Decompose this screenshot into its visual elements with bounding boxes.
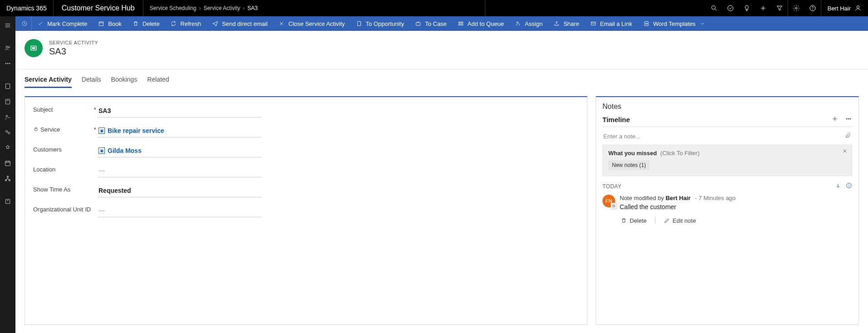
app-hub[interactable]: Customer Service Hub bbox=[54, 0, 143, 16]
show-time-as-field[interactable]: Requested bbox=[98, 185, 261, 197]
sort-icon[interactable] bbox=[835, 182, 841, 190]
svg-point-55 bbox=[848, 118, 849, 119]
svg-rect-25 bbox=[5, 161, 10, 166]
dismiss-missed-button[interactable] bbox=[842, 148, 848, 156]
svg-rect-30 bbox=[5, 180, 7, 181]
to-opportunity-button[interactable]: To Opportunity bbox=[350, 16, 410, 31]
nav-item-icon[interactable] bbox=[0, 194, 15, 209]
gear-icon[interactable] bbox=[788, 0, 804, 16]
timeline-add-button[interactable] bbox=[831, 115, 838, 124]
note-input[interactable]: Enter a note... bbox=[602, 130, 852, 145]
page-title: SA3 bbox=[49, 46, 98, 57]
breadcrumb-item[interactable]: Service Scheduling bbox=[150, 5, 197, 11]
command-bar: Mark Complete Book Delete Refresh Send d… bbox=[15, 16, 868, 31]
timeline-more-button[interactable] bbox=[845, 115, 852, 124]
nav-item-icon[interactable] bbox=[0, 110, 15, 124]
customers-field[interactable]: ▣ Gilda Moss bbox=[98, 145, 261, 157]
entry-body: Called the customer bbox=[620, 203, 735, 211]
record-header: SERVICE ACTIVITY SA3 bbox=[15, 31, 868, 69]
plus-icon[interactable] bbox=[755, 0, 771, 16]
send-direct-email-button[interactable]: Send direct email bbox=[207, 16, 273, 31]
missed-chip[interactable]: New notes (1) bbox=[608, 160, 650, 170]
check-icon bbox=[37, 20, 44, 27]
close-service-activity-button[interactable]: Close Service Activity bbox=[273, 16, 350, 31]
book-button[interactable]: Book bbox=[93, 16, 127, 31]
avatar: FN bbox=[602, 195, 615, 207]
email-a-link-button[interactable]: Email a Link bbox=[585, 16, 638, 31]
svg-point-0 bbox=[711, 6, 715, 10]
nav-calendar-icon[interactable] bbox=[0, 156, 15, 171]
entry-prefix: Note modified by bbox=[620, 195, 666, 201]
share-button[interactable]: Share bbox=[548, 16, 585, 31]
left-nav bbox=[0, 16, 15, 333]
word-icon bbox=[643, 20, 650, 27]
user-menu[interactable]: Bert Hair bbox=[821, 5, 868, 12]
note-edit-button[interactable]: Edit note bbox=[664, 217, 696, 224]
nav-item-icon[interactable] bbox=[0, 141, 15, 155]
field-label: Organizational Unit ID bbox=[33, 205, 92, 213]
missed-hint[interactable]: (Click To Filter) bbox=[661, 150, 700, 157]
hamburger-icon[interactable] bbox=[0, 18, 15, 33]
entry-user: Bert Hair bbox=[666, 195, 690, 201]
tab-bookings[interactable]: Bookings bbox=[111, 73, 138, 88]
missed-title: What you missed bbox=[608, 150, 657, 157]
nav-item-icon[interactable] bbox=[0, 79, 15, 93]
service-link[interactable]: Bike repair service bbox=[108, 127, 164, 134]
nav-item-icon[interactable] bbox=[0, 94, 15, 109]
task-check-icon[interactable] bbox=[722, 0, 739, 16]
svg-point-5 bbox=[795, 7, 797, 9]
filter-icon[interactable] bbox=[771, 0, 788, 16]
svg-rect-42 bbox=[357, 21, 360, 25]
opportunity-icon bbox=[356, 20, 362, 27]
lightbulb-icon[interactable] bbox=[739, 0, 755, 16]
timeline-today-label: TODAY bbox=[602, 183, 621, 190]
action-label: Delete bbox=[630, 217, 647, 224]
entry-when: 7 Minutes ago bbox=[699, 195, 736, 201]
trash-icon bbox=[133, 20, 139, 27]
refresh-button[interactable]: Refresh bbox=[165, 16, 207, 31]
svg-point-20 bbox=[6, 115, 8, 117]
timeline-entry[interactable]: FN Note modified by Bert Hair - 7 Minute… bbox=[602, 195, 852, 211]
cmd-label: Assign bbox=[525, 20, 542, 27]
help-icon[interactable] bbox=[804, 0, 821, 16]
search-icon[interactable] bbox=[706, 0, 722, 16]
lock-icon bbox=[33, 126, 39, 133]
notes-heading: Notes bbox=[602, 103, 852, 111]
add-to-queue-button[interactable]: Add to Queue bbox=[452, 16, 509, 31]
share-icon bbox=[553, 20, 560, 27]
field-label: Location bbox=[33, 165, 92, 173]
refresh-icon bbox=[170, 20, 177, 27]
tab-related[interactable]: Related bbox=[147, 73, 169, 88]
delete-button[interactable]: Delete bbox=[127, 16, 165, 31]
assign-button[interactable]: Assign bbox=[509, 16, 548, 31]
form-tabs: Service Activity Details Bookings Relate… bbox=[15, 69, 868, 88]
org-unit-field[interactable]: --- bbox=[98, 205, 261, 217]
info-icon[interactable] bbox=[846, 182, 852, 190]
customer-link[interactable]: Gilda Moss bbox=[108, 147, 142, 154]
subject-field[interactable]: SA3 bbox=[98, 105, 261, 118]
nav-sitemap-icon[interactable] bbox=[0, 171, 15, 186]
divider bbox=[655, 217, 656, 224]
brand[interactable]: Dynamics 365 bbox=[0, 0, 54, 16]
svg-rect-17 bbox=[5, 84, 10, 89]
attachment-icon[interactable] bbox=[845, 132, 851, 140]
lookup-type-icon: ▣ bbox=[99, 147, 105, 154]
nav-item-icon[interactable] bbox=[0, 125, 15, 140]
tab-details[interactable]: Details bbox=[82, 73, 101, 88]
timeline-heading: Timeline bbox=[602, 116, 630, 123]
note-delete-button[interactable]: Delete bbox=[621, 217, 647, 224]
word-templates-button[interactable]: Word Templates bbox=[638, 16, 711, 31]
close-icon bbox=[278, 20, 285, 27]
service-field[interactable]: ▣ Bike repair service bbox=[98, 125, 261, 137]
overflow-icon[interactable] bbox=[0, 56, 15, 71]
tab-service-activity[interactable]: Service Activity bbox=[25, 73, 72, 88]
mark-complete-button[interactable]: Mark Complete bbox=[32, 16, 93, 31]
location-field[interactable]: --- bbox=[98, 165, 261, 177]
breadcrumb-item[interactable]: Service Activity bbox=[203, 5, 240, 11]
case-icon bbox=[415, 20, 421, 27]
cmd-label: Mark Complete bbox=[47, 20, 87, 27]
recent-icon[interactable] bbox=[17, 16, 32, 31]
field-label: Service bbox=[33, 125, 92, 133]
nav-contacts-icon[interactable] bbox=[0, 41, 15, 55]
to-case-button[interactable]: To Case bbox=[409, 16, 452, 31]
